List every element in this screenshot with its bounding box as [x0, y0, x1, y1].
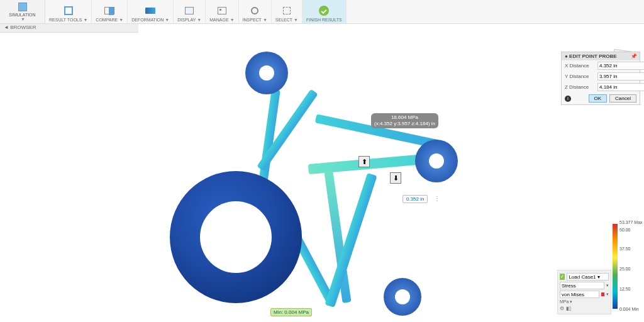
top-ribbon: SIMULATION▼ RESULT TOOLS▼ COMPARE▼ DEFOR… [0, 0, 644, 24]
chart-icon[interactable]: ▮▯ [566, 306, 571, 311]
browser-header[interactable]: ◄ BROWSER [0, 24, 138, 33]
legend-controls: ✓ Load Case1 ▾ Stress▾ von Mises▾ MPa ▾ … [557, 270, 611, 314]
probe-arrow-up-icon[interactable]: ⬆ [358, 156, 370, 167]
loadcase-check-icon[interactable]: ✓ [560, 274, 565, 280]
y-distance-input[interactable] [597, 72, 644, 80]
legend-color-icon [601, 292, 604, 296]
z-distance-input[interactable] [597, 83, 644, 91]
pin-icon[interactable]: 📌 [631, 53, 637, 59]
flange-right [415, 140, 458, 182]
probe-arrow-down-icon[interactable]: ⬇ [390, 172, 401, 184]
cancel-button[interactable]: Cancel [609, 94, 636, 103]
legend-12: 12.50 [619, 287, 631, 291]
result-type-select[interactable]: Stress [560, 282, 604, 289]
select-icon [283, 7, 291, 14]
x-distance-input[interactable] [597, 62, 644, 70]
gear-icon[interactable]: ⚙ [560, 306, 564, 311]
inspect-icon [251, 7, 258, 14]
viewport-3d[interactable]: 18.604 MPa(x:4.352 y:3.957 z:4.184) in ⬆… [0, 33, 644, 322]
color-legend: 53.377 Max 50.00 37.50 25.00 12.50 0.004… [613, 220, 638, 314]
legend-min: 0.004 Min [619, 307, 639, 311]
ribbon-deformation[interactable]: DEFORMATION▼ [128, 0, 174, 23]
ribbon-display[interactable]: DISPLAY▼ [174, 0, 206, 23]
flange-bottom-right [384, 278, 421, 316]
ribbon-manage[interactable]: MANAGE▼ [206, 0, 238, 23]
check-icon [319, 6, 329, 16]
edit-point-probe-dialog: ● EDIT POINT PROBE📌 X Distance Y Distanc… [561, 52, 640, 105]
legend-37: 37.50 [619, 247, 631, 251]
display-icon [185, 7, 194, 14]
chip-menu-icon[interactable]: ⋮ [434, 195, 440, 202]
ribbon-select[interactable]: SELECT▼ [272, 0, 303, 23]
dialog-title: ● EDIT POINT PROBE📌 [562, 52, 640, 60]
legend-25: 25.00 [619, 267, 631, 271]
loadcase-select[interactable]: Load Case1 ▾ [567, 273, 609, 280]
gradient-bar[interactable] [613, 224, 618, 309]
workspace-switcher[interactable]: SIMULATION▼ [0, 0, 45, 23]
model-geometry [164, 52, 459, 322]
legend-max: 53.377 Max [619, 220, 643, 225]
ribbon-compare[interactable]: COMPARE▼ [92, 0, 128, 23]
ok-button[interactable]: OK [589, 94, 608, 103]
ribbon-finish-results[interactable]: FINISH RESULTS [303, 0, 347, 23]
info-icon[interactable]: i [565, 96, 571, 102]
x-distance-label: X Distance [565, 63, 595, 69]
y-distance-label: Y Distance [565, 74, 595, 79]
workspace-icon [18, 3, 27, 11]
compare-icon [104, 7, 114, 14]
result-tools-icon [64, 6, 73, 15]
ribbon-result-tools[interactable]: RESULT TOOLS▼ [45, 0, 92, 23]
distance-chip[interactable]: 0.352 in [402, 195, 428, 203]
component-select[interactable]: von Mises [560, 291, 599, 298]
ribbon-inspect[interactable]: INSPECT▼ [239, 0, 272, 23]
legend-50: 50.00 [619, 228, 631, 232]
manage-icon [218, 7, 226, 14]
units-label: MPa ▾ [560, 299, 572, 304]
probe-annotation[interactable]: 18.604 MPa(x:4.352 y:3.957 z:4.184) in [371, 113, 438, 128]
z-distance-label: Z Distance [565, 84, 595, 90]
min-marker[interactable]: Min: 0.004 MPa [270, 308, 312, 316]
flange-main [170, 171, 302, 303]
deformation-icon [145, 8, 155, 14]
flange-top [245, 52, 288, 94]
